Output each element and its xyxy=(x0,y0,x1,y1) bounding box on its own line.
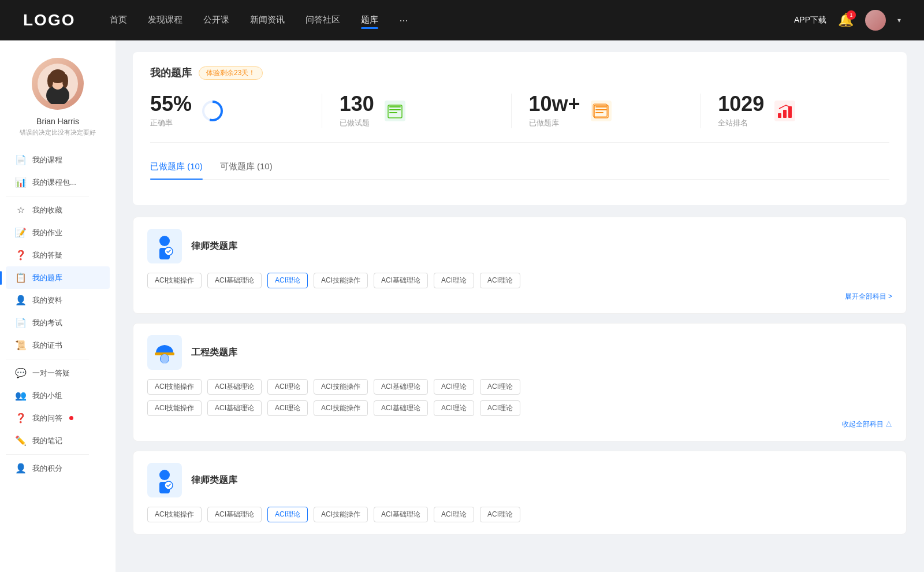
homework-icon: 📝 xyxy=(15,227,27,238)
bank-tag-0[interactable]: ACI技能操作 xyxy=(147,273,202,288)
sidebar-motto: 错误的决定比没有决定要好 xyxy=(14,128,102,137)
stat-done-q-label: 已做试题 xyxy=(340,118,374,128)
nav-open-course[interactable]: 公开课 xyxy=(203,14,229,27)
bank-tag-4[interactable]: ACI基础理论 xyxy=(374,273,428,288)
sidebar-item-my-qa[interactable]: ❓ 我的答疑 xyxy=(6,244,110,266)
page-header: 我的题库 体验剩余23天！ xyxy=(150,66,889,80)
qna-icon: ❓ xyxy=(15,413,27,424)
eng-tag2-3[interactable]: ACI技能操作 xyxy=(314,400,368,416)
eng-tag2-2[interactable]: ACI理论 xyxy=(267,400,308,416)
bank-tags-lawyer-2: ACI技能操作 ACI基础理论 ACI理论 ACI技能操作 ACI基础理论 AC… xyxy=(147,507,892,522)
sidebar-avatar xyxy=(32,58,84,110)
svg-rect-9 xyxy=(389,109,401,110)
cert-icon: 📜 xyxy=(15,340,27,351)
svg-point-29 xyxy=(159,470,170,480)
sidebar-item-my-notes[interactable]: ✏️ 我的笔记 xyxy=(6,429,110,452)
sidebar-divider-2 xyxy=(6,359,89,359)
eng-tag-1[interactable]: ACI基础理论 xyxy=(207,379,262,395)
page-title: 我的题库 xyxy=(150,66,192,80)
nav-home[interactable]: 首页 xyxy=(110,14,127,27)
nav-qa[interactable]: 问答社区 xyxy=(305,14,340,27)
one-on-one-icon: 💬 xyxy=(15,367,27,378)
sidebar-item-my-course-pkg[interactable]: 📊 我的课程包... xyxy=(6,171,110,194)
law2-tag-4[interactable]: ACI基础理论 xyxy=(374,507,428,522)
svg-point-23 xyxy=(159,236,170,246)
sidebar-item-my-course[interactable]: 📄 我的课程 xyxy=(6,148,110,171)
nav-more[interactable]: ··· xyxy=(399,14,408,27)
bank-header-engineer: 工程类题库 xyxy=(147,335,892,370)
bank-avatar-engineer xyxy=(147,335,182,370)
eng-tag-0[interactable]: ACI技能操作 xyxy=(147,379,202,395)
sidebar-item-one-on-one[interactable]: 💬 一对一答疑 xyxy=(6,362,110,384)
eng-tag-5[interactable]: ACI理论 xyxy=(434,379,474,395)
avatar-image xyxy=(38,64,78,104)
avatar[interactable] xyxy=(865,10,886,31)
nav-menu: 首页 发现课程 公开课 新闻资讯 问答社区 题库 ··· xyxy=(110,14,794,27)
bank-tag-2[interactable]: ACI理论 xyxy=(267,273,308,288)
eng-tag2-5[interactable]: ACI理论 xyxy=(434,400,474,416)
nav-bank[interactable]: 题库 xyxy=(361,14,378,27)
sidebar-item-my-favorite[interactable]: ☆ 我的收藏 xyxy=(6,199,110,221)
tab-done[interactable]: 已做题库 (10) xyxy=(150,157,203,179)
sidebar-item-my-qna[interactable]: ❓ 我的问答 xyxy=(6,407,110,429)
stat-done-questions: 130 已做试题 xyxy=(322,94,512,128)
svg-rect-8 xyxy=(389,106,401,107)
qa-icon: ❓ xyxy=(15,250,27,261)
eng-tag2-0[interactable]: ACI技能操作 xyxy=(147,400,202,416)
stat-rank-number: 1029 xyxy=(718,94,764,114)
trial-badge: 体验剩余23天！ xyxy=(199,66,263,80)
app-download[interactable]: APP下载 xyxy=(794,15,826,25)
bank-tags-engineer-row1: ACI技能操作 ACI基础理论 ACI理论 ACI技能操作 ACI基础理论 AC… xyxy=(147,379,892,395)
bank-tag-3[interactable]: ACI技能操作 xyxy=(314,273,368,288)
sidebar-item-my-cert[interactable]: 📜 我的证书 xyxy=(6,334,110,356)
nav-news[interactable]: 新闻资讯 xyxy=(250,14,285,27)
nav-discover[interactable]: 发现课程 xyxy=(148,14,182,27)
main-content: 我的题库 体验剩余23天！ 55% 正确率 xyxy=(116,40,924,572)
stat-accuracy-number: 55% xyxy=(150,94,192,114)
sidebar-item-my-group[interactable]: 👥 我的小组 xyxy=(6,384,110,407)
logo[interactable]: LOGO xyxy=(23,11,75,29)
svg-rect-15 xyxy=(595,109,607,110)
eng-tag2-4[interactable]: ACI基础理论 xyxy=(374,400,428,416)
svg-rect-20 xyxy=(783,110,787,118)
eng-tag2-6[interactable]: ACI理论 xyxy=(480,400,520,416)
bank-item-engineer: 工程类题库 ACI技能操作 ACI基础理论 ACI理论 ACI技能操作 ACI基… xyxy=(133,323,907,441)
sidebar-item-my-points[interactable]: 👤 我的积分 xyxy=(6,457,110,480)
stat-accuracy: 55% 正确率 xyxy=(150,94,322,128)
points-icon: 👤 xyxy=(15,463,27,474)
bank-expand-lawyer-1[interactable]: 展开全部科目 > xyxy=(147,292,892,302)
sidebar-item-my-bank[interactable]: 📋 我的题库 xyxy=(6,266,110,289)
bank-tag-1[interactable]: ACI基础理论 xyxy=(207,273,262,288)
stat-done-b-number: 10w+ xyxy=(529,94,580,114)
law2-tag-3[interactable]: ACI技能操作 xyxy=(314,507,368,522)
bank-item-lawyer-1: 律师类题库 ACI技能操作 ACI基础理论 ACI理论 ACI技能操作 ACI基… xyxy=(133,217,907,314)
eng-tag-4[interactable]: ACI基础理论 xyxy=(374,379,428,395)
bank-tags-lawyer-1: ACI技能操作 ACI基础理论 ACI理论 ACI技能操作 ACI基础理论 AC… xyxy=(147,273,892,288)
notification-bell[interactable]: 🔔 1 xyxy=(838,13,854,28)
stat-done-b-content: 10w+ 已做题库 xyxy=(529,94,580,128)
law2-tag-0[interactable]: ACI技能操作 xyxy=(147,507,202,522)
eng-tag-6[interactable]: ACI理论 xyxy=(480,379,520,395)
sidebar-item-my-exam[interactable]: 📄 我的考试 xyxy=(6,311,110,334)
eng-tag-2[interactable]: ACI理论 xyxy=(267,379,308,395)
bank-header-lawyer-2: 律师类题库 xyxy=(147,463,892,497)
stat-rank: 1029 全站排名 xyxy=(701,94,889,128)
bank-tag-6[interactable]: ACI理论 xyxy=(480,273,520,288)
avatar-dropdown-arrow[interactable]: ▾ xyxy=(897,16,901,24)
sidebar: Brian Harris 错误的决定比没有决定要好 📄 我的课程 📊 我的课程包… xyxy=(0,40,116,572)
bank-tag-5[interactable]: ACI理论 xyxy=(434,273,474,288)
tab-available[interactable]: 可做题库 (10) xyxy=(220,157,273,179)
bank-collapse-engineer[interactable]: 收起全部科目 △ xyxy=(147,419,892,429)
law2-tag-2[interactable]: ACI理论 xyxy=(267,507,308,522)
law2-tag-6[interactable]: ACI理论 xyxy=(480,507,520,522)
sidebar-item-my-homework[interactable]: 📝 我的作业 xyxy=(6,221,110,244)
sidebar-item-my-profile[interactable]: 👤 我的资料 xyxy=(6,289,110,311)
svg-point-5 xyxy=(47,74,53,88)
law2-tag-1[interactable]: ACI基础理论 xyxy=(207,507,262,522)
sidebar-username: Brian Harris xyxy=(36,117,79,126)
bank-avatar-lawyer-1 xyxy=(147,229,182,263)
bell-badge: 1 xyxy=(847,10,856,20)
eng-tag-3[interactable]: ACI技能操作 xyxy=(314,379,368,395)
law2-tag-5[interactable]: ACI理论 xyxy=(434,507,474,522)
eng-tag2-1[interactable]: ACI基础理论 xyxy=(207,400,262,416)
